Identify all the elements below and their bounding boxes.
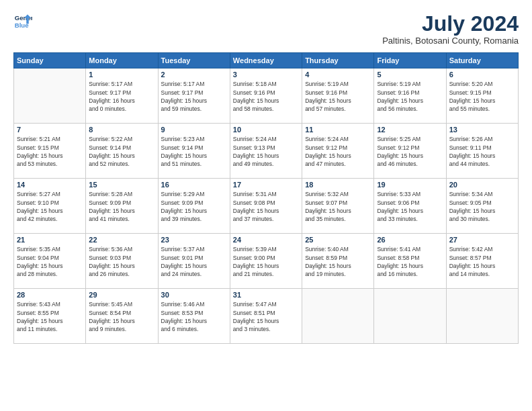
day-number: 3 xyxy=(233,71,299,79)
th-monday: Monday xyxy=(86,53,158,68)
page: General Blue July 2024 Paltinis, Botosan… xyxy=(0,0,532,411)
day-number: 20 xyxy=(449,181,515,189)
th-thursday: Thursday xyxy=(302,53,374,68)
table-row: 5Sunrise: 5:19 AM Sunset: 9:16 PM Daylig… xyxy=(374,68,446,124)
table-row: 21Sunrise: 5:35 AM Sunset: 9:04 PM Dayli… xyxy=(14,234,86,289)
day-number: 6 xyxy=(449,71,515,79)
calendar-week-2: 7Sunrise: 5:21 AM Sunset: 9:15 PM Daylig… xyxy=(14,124,519,179)
day-number: 24 xyxy=(233,236,299,244)
day-number: 7 xyxy=(17,126,83,134)
table-row: 13Sunrise: 5:26 AM Sunset: 9:11 PM Dayli… xyxy=(446,124,518,179)
day-number: 2 xyxy=(161,71,227,79)
day-info: Sunrise: 5:24 AM Sunset: 9:13 PM Dayligh… xyxy=(233,135,299,168)
table-row xyxy=(302,289,374,344)
day-info: Sunrise: 5:45 AM Sunset: 8:54 PM Dayligh… xyxy=(89,300,154,333)
day-number: 23 xyxy=(161,236,227,244)
day-number: 22 xyxy=(89,236,154,244)
table-row xyxy=(14,68,86,124)
logo-icon: General Blue xyxy=(13,12,32,31)
day-info: Sunrise: 5:37 AM Sunset: 9:01 PM Dayligh… xyxy=(161,245,227,278)
day-info: Sunrise: 5:29 AM Sunset: 9:09 PM Dayligh… xyxy=(161,190,227,223)
day-number: 4 xyxy=(305,71,371,79)
day-info: Sunrise: 5:43 AM Sunset: 8:55 PM Dayligh… xyxy=(17,300,83,333)
table-row: 28Sunrise: 5:43 AM Sunset: 8:55 PM Dayli… xyxy=(14,289,86,344)
table-row: 18Sunrise: 5:32 AM Sunset: 9:07 PM Dayli… xyxy=(302,179,374,234)
calendar-table: Sunday Monday Tuesday Wednesday Thursday… xyxy=(13,52,519,344)
day-number: 18 xyxy=(305,181,371,189)
table-row: 29Sunrise: 5:45 AM Sunset: 8:54 PM Dayli… xyxy=(86,289,158,344)
day-info: Sunrise: 5:46 AM Sunset: 8:53 PM Dayligh… xyxy=(161,300,227,333)
day-number: 5 xyxy=(377,71,443,79)
table-row: 27Sunrise: 5:42 AM Sunset: 8:57 PM Dayli… xyxy=(446,234,518,289)
day-number: 13 xyxy=(449,126,515,134)
calendar-week-4: 21Sunrise: 5:35 AM Sunset: 9:04 PM Dayli… xyxy=(14,234,519,289)
day-number: 19 xyxy=(377,181,443,189)
calendar-week-1: 1Sunrise: 5:17 AM Sunset: 9:17 PM Daylig… xyxy=(14,68,519,124)
day-number: 27 xyxy=(449,236,515,244)
table-row: 22Sunrise: 5:36 AM Sunset: 9:03 PM Dayli… xyxy=(86,234,158,289)
day-number: 14 xyxy=(17,181,83,189)
day-info: Sunrise: 5:19 AM Sunset: 9:16 PM Dayligh… xyxy=(377,80,443,113)
table-row: 7Sunrise: 5:21 AM Sunset: 9:15 PM Daylig… xyxy=(14,124,86,179)
table-row: 6Sunrise: 5:20 AM Sunset: 9:15 PM Daylig… xyxy=(446,68,518,124)
th-saturday: Saturday xyxy=(446,53,518,68)
table-row: 14Sunrise: 5:27 AM Sunset: 9:10 PM Dayli… xyxy=(14,179,86,234)
day-info: Sunrise: 5:39 AM Sunset: 9:00 PM Dayligh… xyxy=(233,245,299,278)
day-info: Sunrise: 5:36 AM Sunset: 9:03 PM Dayligh… xyxy=(89,245,154,278)
day-number: 10 xyxy=(233,126,299,134)
day-info: Sunrise: 5:22 AM Sunset: 9:14 PM Dayligh… xyxy=(89,135,154,168)
table-row: 12Sunrise: 5:25 AM Sunset: 9:12 PM Dayli… xyxy=(374,124,446,179)
day-info: Sunrise: 5:28 AM Sunset: 9:09 PM Dayligh… xyxy=(89,190,154,223)
day-number: 9 xyxy=(161,126,227,134)
table-row xyxy=(374,289,446,344)
th-friday: Friday xyxy=(374,53,446,68)
day-number: 29 xyxy=(89,291,154,299)
logo: General Blue xyxy=(13,12,32,31)
day-info: Sunrise: 5:41 AM Sunset: 8:58 PM Dayligh… xyxy=(377,245,443,278)
table-row: 30Sunrise: 5:46 AM Sunset: 8:53 PM Dayli… xyxy=(158,289,230,344)
table-row: 9Sunrise: 5:23 AM Sunset: 9:14 PM Daylig… xyxy=(158,124,230,179)
day-number: 15 xyxy=(89,181,154,189)
day-number: 17 xyxy=(233,181,299,189)
table-row: 23Sunrise: 5:37 AM Sunset: 9:01 PM Dayli… xyxy=(158,234,230,289)
day-number: 31 xyxy=(233,291,299,299)
day-number: 21 xyxy=(17,236,83,244)
day-info: Sunrise: 5:20 AM Sunset: 9:15 PM Dayligh… xyxy=(449,80,515,113)
table-row: 3Sunrise: 5:18 AM Sunset: 9:16 PM Daylig… xyxy=(230,68,302,124)
day-info: Sunrise: 5:32 AM Sunset: 9:07 PM Dayligh… xyxy=(305,190,371,223)
day-info: Sunrise: 5:21 AM Sunset: 9:15 PM Dayligh… xyxy=(17,135,83,168)
day-number: 26 xyxy=(377,236,443,244)
day-info: Sunrise: 5:24 AM Sunset: 9:12 PM Dayligh… xyxy=(305,135,371,168)
day-info: Sunrise: 5:31 AM Sunset: 9:08 PM Dayligh… xyxy=(233,190,299,223)
table-row: 15Sunrise: 5:28 AM Sunset: 9:09 PM Dayli… xyxy=(86,179,158,234)
table-row: 31Sunrise: 5:47 AM Sunset: 8:51 PM Dayli… xyxy=(230,289,302,344)
day-info: Sunrise: 5:34 AM Sunset: 9:05 PM Dayligh… xyxy=(449,190,515,223)
day-number: 25 xyxy=(305,236,371,244)
table-row: 4Sunrise: 5:19 AM Sunset: 9:16 PM Daylig… xyxy=(302,68,374,124)
day-number: 11 xyxy=(305,126,371,134)
day-number: 16 xyxy=(161,181,227,189)
table-row: 16Sunrise: 5:29 AM Sunset: 9:09 PM Dayli… xyxy=(158,179,230,234)
day-info: Sunrise: 5:17 AM Sunset: 9:17 PM Dayligh… xyxy=(161,80,227,113)
day-info: Sunrise: 5:18 AM Sunset: 9:16 PM Dayligh… xyxy=(233,80,299,113)
day-info: Sunrise: 5:35 AM Sunset: 9:04 PM Dayligh… xyxy=(17,245,83,278)
day-info: Sunrise: 5:47 AM Sunset: 8:51 PM Dayligh… xyxy=(233,300,299,333)
table-row xyxy=(446,289,518,344)
day-number: 28 xyxy=(17,291,83,299)
table-row: 11Sunrise: 5:24 AM Sunset: 9:12 PM Dayli… xyxy=(302,124,374,179)
day-info: Sunrise: 5:33 AM Sunset: 9:06 PM Dayligh… xyxy=(377,190,443,223)
calendar-week-5: 28Sunrise: 5:43 AM Sunset: 8:55 PM Dayli… xyxy=(14,289,519,344)
header: General Blue July 2024 Paltinis, Botosan… xyxy=(13,12,519,46)
table-row: 2Sunrise: 5:17 AM Sunset: 9:17 PM Daylig… xyxy=(158,68,230,124)
month-title: July 2024 xyxy=(382,12,519,36)
day-info: Sunrise: 5:26 AM Sunset: 9:11 PM Dayligh… xyxy=(449,135,515,168)
day-info: Sunrise: 5:19 AM Sunset: 9:16 PM Dayligh… xyxy=(305,80,371,113)
day-info: Sunrise: 5:25 AM Sunset: 9:12 PM Dayligh… xyxy=(377,135,443,168)
table-row: 19Sunrise: 5:33 AM Sunset: 9:06 PM Dayli… xyxy=(374,179,446,234)
th-sunday: Sunday xyxy=(14,53,86,68)
th-tuesday: Tuesday xyxy=(158,53,230,68)
day-info: Sunrise: 5:42 AM Sunset: 8:57 PM Dayligh… xyxy=(449,245,515,278)
day-number: 12 xyxy=(377,126,443,134)
title-block: July 2024 Paltinis, Botosani County, Rom… xyxy=(382,12,519,46)
table-row: 25Sunrise: 5:40 AM Sunset: 8:59 PM Dayli… xyxy=(302,234,374,289)
